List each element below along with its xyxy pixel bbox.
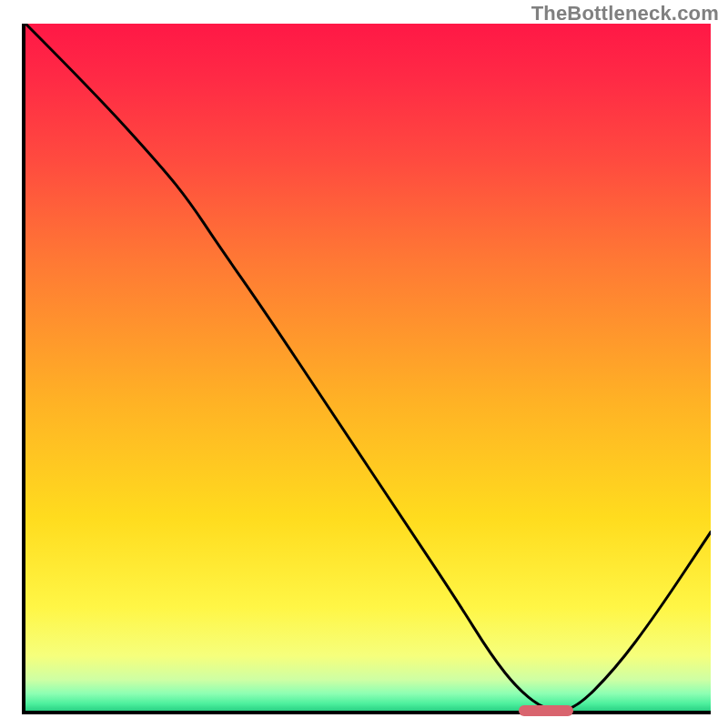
optimal-marker	[519, 705, 573, 716]
plot-axes	[22, 24, 711, 714]
plot-area	[25, 24, 711, 711]
attribution-text: TheBottleneck.com	[531, 2, 719, 25]
bottleneck-curve	[25, 24, 711, 711]
curve-layer	[25, 24, 711, 711]
chart-container: TheBottleneck.com	[0, 0, 728, 728]
